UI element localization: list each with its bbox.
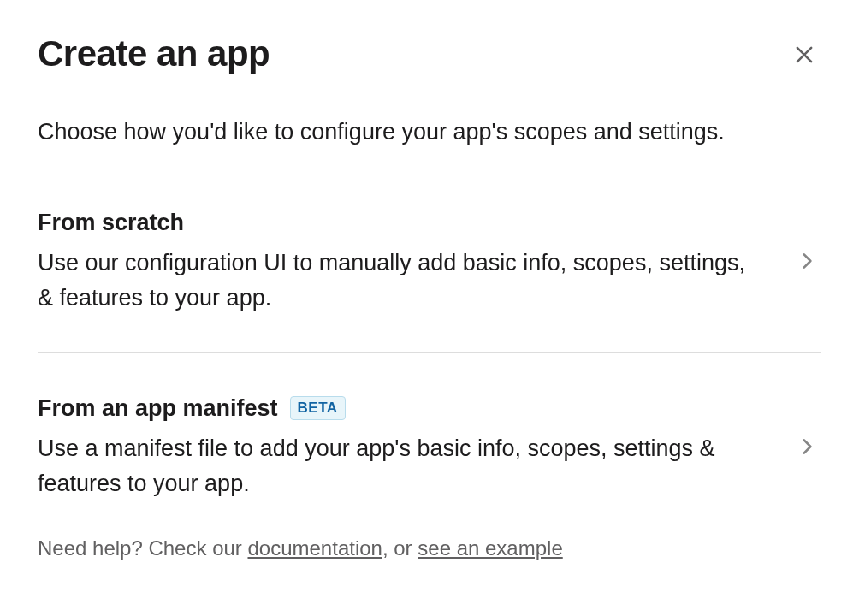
chevron-right-icon bbox=[796, 435, 818, 461]
help-middle: , or bbox=[382, 536, 418, 560]
option-content: From scratch Use our configuration UI to… bbox=[38, 209, 796, 317]
beta-badge: BETA bbox=[290, 396, 346, 420]
option-content: From an app manifest BETA Use a manifest… bbox=[38, 394, 796, 502]
chevron-right-icon bbox=[796, 250, 818, 275]
divider bbox=[38, 352, 821, 353]
help-prefix: Need help? Check our bbox=[38, 536, 247, 560]
option-manifest-title: From an app manifest bbox=[38, 394, 278, 422]
help-text: Need help? Check our documentation, or s… bbox=[38, 536, 821, 560]
option-title-row: From scratch bbox=[38, 209, 761, 236]
option-from-manifest[interactable]: From an app manifest BETA Use a manifest… bbox=[38, 394, 821, 502]
close-icon bbox=[792, 43, 816, 69]
modal-title: Create an app bbox=[38, 34, 270, 74]
modal-subtitle: Choose how you'd like to configure your … bbox=[38, 116, 821, 149]
option-manifest-description: Use a manifest file to add your app's ba… bbox=[38, 431, 761, 503]
option-from-scratch[interactable]: From scratch Use our configuration UI to… bbox=[38, 209, 821, 317]
see-example-link[interactable]: see an example bbox=[418, 536, 562, 560]
option-scratch-description: Use our configuration UI to manually add… bbox=[38, 246, 761, 317]
option-title-row: From an app manifest BETA bbox=[38, 394, 761, 422]
documentation-link[interactable]: documentation bbox=[247, 536, 382, 560]
close-button[interactable] bbox=[787, 38, 821, 74]
option-scratch-title: From scratch bbox=[38, 209, 184, 236]
modal-header: Create an app bbox=[38, 34, 821, 74]
